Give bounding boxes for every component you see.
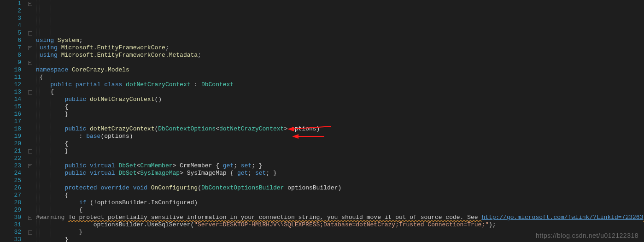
token-punc: [36, 52, 40, 59]
token-punc: }: [36, 111, 68, 118]
token-type: dotNetCrazyContext: [219, 125, 284, 132]
fold-toggle[interactable]: -: [26, 89, 34, 96]
code-line[interactable]: [36, 118, 644, 125]
token-punc: [86, 125, 90, 132]
line-number: 6: [0, 37, 26, 44]
token-id: System: [58, 37, 79, 44]
fold-minus-icon[interactable]: -: [28, 2, 32, 6]
token-type: DbSet: [118, 162, 136, 169]
code-line[interactable]: using Microsoft.EntityFrameworkCore;: [36, 44, 644, 52]
fold-minus-icon[interactable]: -: [28, 90, 32, 94]
line-number: 27: [0, 192, 26, 199]
fold-toggle: [26, 207, 34, 214]
fold-minus-icon[interactable]: -: [28, 46, 32, 50]
line-number: 25: [0, 177, 26, 184]
code-line[interactable]: public dotNetCrazyContext(DbContextOptio…: [36, 125, 644, 133]
token-id: dotNetCrazyContext: [90, 125, 154, 132]
fold-toggle[interactable]: -: [26, 44, 34, 52]
code-line[interactable]: }: [36, 236, 644, 242]
fold-minus-icon[interactable]: -: [28, 216, 32, 220]
fold-toggle[interactable]: -: [26, 162, 34, 170]
token-warn-txt: To protect potentially sensitive informa…: [68, 214, 481, 221]
line-number: 32: [0, 229, 26, 236]
token-kw: using: [36, 37, 54, 44]
fold-toggle: [26, 22, 34, 30]
code-line[interactable]: if (!optionsBuilder.IsConfigured): [36, 199, 644, 207]
code-line[interactable]: {: [36, 192, 644, 199]
token-punc: [36, 81, 50, 88]
token-punc: ;: [165, 44, 169, 51]
fold-toggle: [26, 155, 34, 162]
token-kw: base: [86, 133, 100, 140]
code-line[interactable]: [36, 59, 644, 66]
token-kw: public: [64, 170, 86, 177]
token-punc: }: [36, 148, 68, 154]
fold-toggle: [26, 111, 34, 118]
token-kw: partial: [76, 81, 101, 88]
fold-toggle: [26, 118, 34, 125]
code-area[interactable]: using System; using Microsoft.EntityFram…: [34, 0, 644, 242]
code-line[interactable]: }: [36, 148, 644, 155]
code-line[interactable]: : base(options): [36, 133, 644, 140]
fold-toggle: [26, 66, 34, 74]
token-kw: public: [64, 125, 86, 132]
code-line[interactable]: {: [36, 74, 644, 81]
line-number: 12: [0, 81, 26, 89]
code-line[interactable]: {: [36, 103, 644, 111]
code-line[interactable]: namespace CoreCrazy.Models: [36, 66, 644, 74]
token-punc: }: [36, 229, 82, 236]
token-punc: [86, 170, 90, 177]
code-line[interactable]: public virtual DbSet<SysImageMap> SysIma…: [36, 170, 644, 177]
line-number: 8: [0, 52, 26, 59]
code-line[interactable]: {: [36, 89, 644, 96]
token-punc: [36, 96, 64, 103]
code-line[interactable]: {: [36, 140, 644, 148]
fold-toggle[interactable]: -: [26, 0, 34, 7]
fold-toggle[interactable]: -: [26, 59, 34, 66]
code-line[interactable]: }: [36, 111, 644, 118]
fold-minus-icon[interactable]: -: [28, 164, 32, 168]
code-line[interactable]: using System;: [36, 37, 644, 44]
fold-column[interactable]: ---------: [26, 0, 34, 242]
token-type: DbContextOptions: [158, 125, 216, 132]
token-kw: get: [237, 170, 248, 177]
code-line[interactable]: public dotNetCrazyContext(): [36, 96, 644, 103]
token-punc: ;: [198, 52, 201, 59]
code-line[interactable]: [36, 155, 644, 162]
line-number: 22: [0, 155, 26, 162]
code-line[interactable]: }: [36, 229, 644, 236]
token-punc: (: [198, 184, 201, 191]
line-number: 2: [0, 7, 26, 15]
code-line[interactable]: #warning To protect potentially sensitiv…: [36, 214, 644, 221]
fold-minus-icon[interactable]: -: [28, 31, 32, 35]
code-line[interactable]: {: [36, 207, 644, 214]
code-line[interactable]: protected override void OnConfiguring(Db…: [36, 184, 644, 192]
code-line[interactable]: [36, 177, 644, 184]
token-punc: > CrmMember {: [173, 162, 223, 169]
fold-minus-icon[interactable]: -: [28, 230, 32, 235]
fold-toggle: [26, 133, 34, 140]
token-type: dotNetCrazyContext: [126, 81, 190, 88]
token-str: "Server=DESKTOP-HM1RHJV\\SQLEXPRESS;Data…: [194, 221, 489, 228]
code-editor[interactable]: 1234567891011121314151617181920212223242…: [0, 0, 644, 242]
token-punc: ;: [248, 170, 255, 177]
code-line[interactable]: optionsBuilder.UseSqlServer("Server=DESK…: [36, 221, 644, 229]
token-punc: (!optionsBuilder.IsConfigured): [86, 199, 198, 206]
fold-toggle[interactable]: -: [26, 30, 34, 37]
fold-toggle[interactable]: -: [26, 148, 34, 155]
fold-minus-icon[interactable]: -: [28, 149, 32, 153]
fold-toggle[interactable]: -: [26, 229, 34, 236]
code-line[interactable]: public partial class dotNetCrazyContext …: [36, 81, 644, 89]
fold-toggle: [26, 15, 34, 22]
fold-toggle[interactable]: -: [26, 214, 34, 221]
token-link: http://go.microsoft.com/fwlink/?LinkId=7…: [481, 214, 643, 221]
token-punc: }: [36, 236, 68, 242]
fold-minus-icon[interactable]: -: [28, 61, 32, 65]
token-punc: [36, 184, 64, 191]
code-line[interactable]: public virtual DbSet<CrmMember> CrmMembe…: [36, 162, 644, 170]
token-type: DbSet: [118, 170, 136, 177]
token-kw: set: [255, 170, 266, 177]
fold-toggle: [26, 52, 34, 59]
token-punc: optionsBuilder.UseSqlServer(: [36, 221, 194, 228]
code-line[interactable]: using Microsoft.EntityFrameworkCore.Meta…: [36, 52, 644, 59]
